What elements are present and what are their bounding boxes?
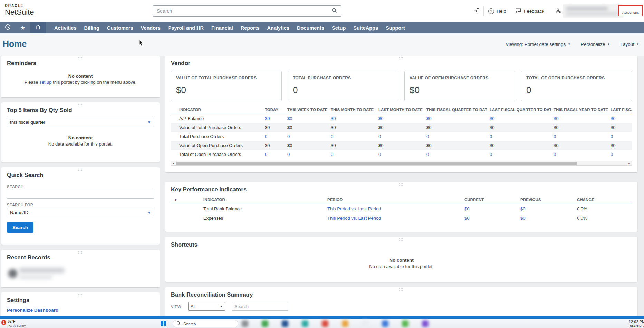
drag-handle-icon[interactable]: ••••••: [399, 238, 404, 241]
value-link[interactable]: 0: [331, 152, 333, 157]
column-header[interactable]: LAST FISCAL YEAR TO DATE: [608, 106, 632, 114]
value-link[interactable]: 0: [378, 134, 381, 139]
scrollbar-thumb[interactable]: [176, 162, 577, 165]
personalize-menu[interactable]: Personalize ▼: [581, 42, 610, 47]
horizontal-scrollbar[interactable]: ◄ ►: [171, 161, 632, 166]
roles-icon[interactable]: [555, 8, 562, 16]
global-search-input[interactable]: [153, 6, 328, 16]
column-header[interactable]: THIS FISCAL YEAR TO DATE: [551, 106, 608, 114]
nav-item-suiteapps[interactable]: SuiteApps: [349, 22, 382, 33]
global-search-submit-button[interactable]: [328, 6, 341, 16]
column-header[interactable]: PERIOD: [325, 196, 462, 204]
value-link[interactable]: $0: [378, 116, 383, 121]
nav-item-vendors[interactable]: Vendors: [137, 22, 164, 33]
value-link[interactable]: $0: [490, 116, 494, 121]
drag-handle-icon[interactable]: ••••••: [399, 56, 404, 60]
value-link[interactable]: $0: [611, 116, 615, 121]
current-value-link[interactable]: $0: [464, 206, 469, 211]
search-for-select[interactable]: Name/ID ▼: [7, 208, 154, 217]
drag-handle-icon[interactable]: ••••••: [78, 168, 83, 171]
personalize-dashboard-link[interactable]: Personalize Dashboard: [7, 308, 58, 313]
drag-handle-icon[interactable]: ••••••: [78, 56, 83, 60]
value-link[interactable]: $0: [265, 116, 270, 121]
nav-item-analytics[interactable]: Analytics: [263, 22, 293, 33]
set-up-link[interactable]: set up: [39, 80, 51, 85]
nav-item-support[interactable]: Support: [382, 22, 409, 33]
drag-handle-icon[interactable]: ••••••: [399, 182, 404, 186]
windows-start-button[interactable]: [161, 321, 166, 326]
nav-item-setup[interactable]: Setup: [328, 22, 349, 33]
nav-item-financial[interactable]: Financial: [208, 22, 237, 33]
column-header[interactable]: LAST FISCAL QUARTER TO DATE: [487, 106, 551, 114]
expand-arrow-icon[interactable]: ▼: [171, 196, 201, 204]
value-link[interactable]: $0: [287, 116, 292, 121]
value-link[interactable]: 0: [426, 152, 429, 157]
drag-handle-icon[interactable]: ••••••: [78, 293, 83, 297]
value-link[interactable]: $0: [331, 116, 336, 121]
scroll-right-arrow[interactable]: ►: [627, 161, 632, 165]
layout-menu[interactable]: Layout ▼: [621, 42, 639, 47]
nav-item-payroll-hr[interactable]: Payroll and HR: [164, 22, 208, 33]
taskbar-search[interactable]: Search: [173, 320, 238, 327]
column-header[interactable]: TODAY: [262, 106, 285, 114]
feedback-button[interactable]: Feedback: [515, 0, 544, 22]
quick-search-input[interactable]: [7, 190, 154, 199]
previous-value-link[interactable]: $0: [520, 206, 525, 211]
view-select[interactable]: All ▼: [188, 302, 225, 311]
column-header[interactable]: LAST MONTH TO DATE: [376, 106, 424, 114]
column-header[interactable]: THIS FISCAL QUARTER TO DATE: [424, 106, 487, 114]
value-link[interactable]: 0: [331, 134, 333, 139]
kpi-tile-total-po[interactable]: TOTAL PURCHASE ORDERS 0: [288, 71, 398, 101]
column-header[interactable]: THIS WEEK TO DATE: [285, 106, 328, 114]
nav-item-documents[interactable]: Documents: [293, 22, 328, 33]
drag-handle-icon[interactable]: ••••••: [399, 288, 404, 291]
current-value-link[interactable]: $0: [464, 216, 469, 221]
bank-recon-search-input[interactable]: [232, 302, 288, 311]
value-link[interactable]: 0: [490, 134, 492, 139]
home-tab[interactable]: [30, 22, 46, 33]
value-link[interactable]: 0: [554, 134, 556, 139]
column-header[interactable]: THIS MONTH TO DATE: [328, 106, 376, 114]
value-link[interactable]: 0: [265, 134, 267, 139]
shortcuts-star-button[interactable]: ★: [15, 22, 30, 33]
value-link[interactable]: 0: [287, 152, 290, 157]
scroll-left-arrow[interactable]: ◄: [171, 161, 176, 165]
taskbar-clock[interactable]: 12:02 PM 3/6/2025: [629, 320, 644, 328]
value-link[interactable]: 0: [265, 152, 267, 157]
value-link[interactable]: $0: [426, 116, 431, 121]
value-link[interactable]: $0: [554, 116, 558, 121]
value-link[interactable]: 0: [378, 152, 381, 157]
value-link[interactable]: 0: [611, 152, 613, 157]
weather-widget[interactable]: 1 62°F Partly sunny: [1, 319, 26, 327]
quick-search-button[interactable]: Search: [7, 222, 33, 233]
nav-item-reports[interactable]: Reports: [237, 22, 263, 33]
drag-handle-icon[interactable]: ••••••: [78, 103, 83, 107]
period-link[interactable]: This Period vs. Last Period: [327, 216, 381, 221]
previous-value-link[interactable]: $0: [520, 216, 525, 221]
drag-handle-icon[interactable]: ••••••: [78, 250, 83, 254]
column-header[interactable]: PREVIOUS: [518, 196, 574, 204]
recent-record-item-blurred[interactable]: [7, 264, 154, 285]
nav-item-activities[interactable]: Activities: [50, 22, 80, 33]
value-link[interactable]: 0: [490, 152, 492, 157]
column-header[interactable]: CURRENT: [462, 196, 518, 204]
signin-icon[interactable]: [473, 8, 480, 16]
period-select[interactable]: this fiscal quarter ▼: [7, 118, 154, 127]
column-header[interactable]: INDICATOR: [201, 196, 325, 204]
kpi-tile-value-open-po[interactable]: VALUE OF OPEN PURCHASE ORDERS $0: [404, 71, 515, 101]
value-link[interactable]: 0: [426, 134, 429, 139]
value-link[interactable]: 0: [611, 134, 613, 139]
recent-records-menu-button[interactable]: [0, 22, 15, 33]
period-link[interactable]: This Period vs. Last Period: [327, 206, 381, 211]
kpi-tile-total-open-po[interactable]: TOTAL OF OPEN PURCHASE ORDERS 0: [521, 71, 632, 101]
viewing-settings-menu[interactable]: Viewing: Portlet date settings ▼: [506, 42, 570, 47]
kpi-tile-value-total-po[interactable]: VALUE OF TOTAL PURCHASE ORDERS $0: [171, 71, 282, 101]
netsuite-logo[interactable]: ORACLE NetSuite: [5, 4, 34, 17]
column-header[interactable]: INDICATOR: [171, 106, 262, 114]
column-header[interactable]: CHANGE: [574, 196, 632, 204]
nav-item-customers[interactable]: Customers: [103, 22, 137, 33]
help-button[interactable]: ? Help: [488, 0, 506, 22]
value-link[interactable]: 0: [554, 152, 556, 157]
nav-item-billing[interactable]: Billing: [80, 22, 103, 33]
value-link[interactable]: 0: [287, 134, 290, 139]
